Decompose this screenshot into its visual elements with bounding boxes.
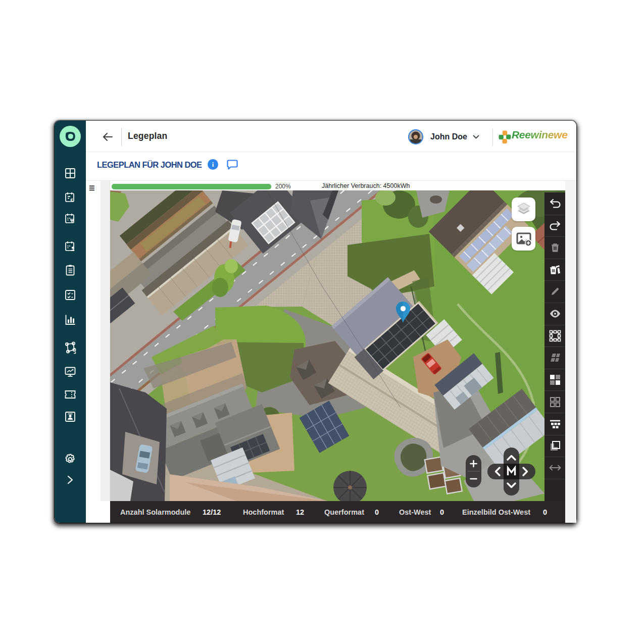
svg-text:€: € xyxy=(70,197,73,203)
